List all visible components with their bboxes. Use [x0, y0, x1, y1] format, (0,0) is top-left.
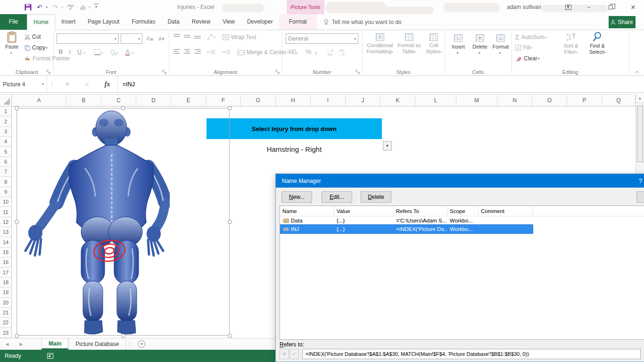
align-top-button[interactable]	[173, 34, 180, 37]
row-header-15[interactable]: 15	[0, 247, 11, 257]
copy-dropdown-arrow[interactable]: ▾	[46, 46, 48, 50]
sheet-tab-picture-database[interactable]: Picture Database	[68, 338, 126, 350]
borders-dropdown-arrow[interactable]: ▾	[101, 51, 103, 55]
row-header-18[interactable]: 18	[0, 278, 11, 288]
clipboard-dialog-launcher[interactable]	[46, 70, 51, 74]
number-dialog-launcher[interactable]	[355, 70, 360, 74]
tab-formulas[interactable]: Formulas	[125, 14, 161, 30]
cells-button-format[interactable]: ↔Format▾	[491, 32, 511, 56]
redo-button[interactable]: ↷	[51, 3, 59, 11]
row-header-12[interactable]: 12	[0, 217, 11, 227]
cancel-button[interactable]: ✕	[65, 81, 70, 88]
column-header-E[interactable]: E	[171, 95, 206, 106]
tab-view[interactable]: View	[216, 14, 241, 30]
styles-button-conditional[interactable]: ≠ConditionalFormatting ▾	[366, 32, 394, 55]
column-header-F[interactable]: F	[206, 95, 241, 106]
row-header-13[interactable]: 13	[0, 227, 11, 237]
borders-icon[interactable]	[94, 49, 100, 55]
row-header-23[interactable]: 23	[0, 328, 11, 338]
column-header-J[interactable]: J	[346, 95, 380, 106]
paste-dropdown-arrow[interactable]: ▾	[10, 50, 12, 56]
column-header-G[interactable]: G	[241, 95, 276, 106]
tab-home[interactable]: Home	[27, 14, 55, 30]
column-header-L[interactable]: L	[415, 95, 456, 106]
insert-function-button[interactable]: fx	[105, 81, 110, 88]
alignment-dialog-launcher[interactable]	[275, 70, 280, 74]
selection-handle[interactable]	[228, 106, 232, 110]
name-row-inj[interactable]: INJ{...}=INDEX('Picture Da...Workbo...	[280, 225, 533, 233]
refers-accept-button[interactable]: ✓	[289, 349, 299, 359]
column-header-O[interactable]: O	[532, 95, 567, 106]
scroll-up-arrow[interactable]: ▲	[636, 94, 644, 103]
align-center-button[interactable]	[184, 49, 190, 54]
styles-button-format-as[interactable]: Format asTable ▾	[396, 32, 422, 55]
selection-handle[interactable]	[228, 334, 232, 338]
table-column-name[interactable]: Name	[280, 206, 334, 216]
injury-dropdown-button[interactable]: ▼	[383, 141, 392, 150]
collapse-ribbon-button[interactable]	[635, 69, 639, 75]
row-header-22[interactable]: 22	[0, 318, 11, 328]
column-header-Q[interactable]: Q	[602, 95, 636, 106]
tell-me-box[interactable]: Tell me what you want to do	[323, 14, 402, 30]
tab-data[interactable]: Data	[161, 14, 185, 30]
selection-handle[interactable]	[15, 106, 19, 110]
decrease-font-size-button[interactable]: A▾	[158, 36, 165, 42]
spelling-button[interactable]: ABC✓	[66, 3, 75, 11]
name-row-data[interactable]: Data{...}='C:\Users\Adam S...Workbo...	[280, 216, 644, 225]
sort-filter-button[interactable]: AZ Sort & Filter ▾	[559, 32, 583, 56]
refers-to-field[interactable]: =INDEX('Picture Database'!$A$1:$A$30, MA…	[302, 349, 641, 359]
table-column-value[interactable]: Value	[334, 206, 394, 216]
table-column-comment[interactable]: Comment	[479, 206, 533, 216]
formula-input[interactable]: =INJ	[118, 76, 644, 92]
column-header-I[interactable]: I	[311, 95, 346, 106]
new-sheet-button[interactable]: +	[138, 340, 145, 348]
row-header-2[interactable]: 2	[0, 116, 11, 126]
merge-center-button[interactable]: Merge & Center ▾	[238, 49, 289, 56]
selection-handle[interactable]	[121, 106, 125, 110]
row-header-1[interactable]: 1	[0, 107, 11, 116]
tab-review[interactable]: Review	[186, 14, 216, 30]
comma-style-button[interactable]: ,	[315, 46, 317, 56]
redo-dropdown-arrow[interactable]: ▾	[61, 5, 63, 9]
font-name-combo[interactable]: ▾	[57, 33, 119, 44]
wrap-text-button[interactable]: Wrap Text	[223, 34, 256, 41]
tab-developer[interactable]: Developer	[241, 14, 279, 30]
close-button[interactable]: ✕	[625, 0, 641, 14]
row-header-6[interactable]: 6	[0, 157, 11, 167]
selection-handle[interactable]	[121, 334, 125, 338]
table-column-scope[interactable]: Scope	[447, 206, 479, 216]
bold-button[interactable]: B	[58, 48, 63, 55]
user-name[interactable]: adam sullivan	[507, 0, 541, 14]
styles-button-cell[interactable]: CellStyles ▾	[423, 32, 444, 55]
accounting-dropdown-arrow[interactable]: ▾	[296, 51, 297, 55]
sheet-tab-main[interactable]: Main	[41, 338, 68, 350]
prev-sheet-arrow[interactable]: ◀	[0, 338, 14, 350]
filter-button-clipped[interactable]	[636, 191, 644, 203]
row-header-8[interactable]: 8	[0, 177, 11, 187]
find-select-button[interactable]: Find & Select ▾	[585, 32, 610, 56]
align-left-button[interactable]	[173, 49, 180, 54]
name-box-dropdown-arrow[interactable]: ▾	[42, 82, 44, 86]
number-format-combo[interactable]: General▾	[286, 33, 358, 44]
dialog-help-button[interactable]: ?	[639, 174, 642, 188]
fill-button[interactable]: Fill ▾	[515, 44, 532, 51]
ribbon-display-options-button[interactable]	[560, 0, 576, 14]
row-header-5[interactable]: 5	[0, 147, 11, 156]
autosum-button[interactable]: Σ AutoSum ▾	[515, 33, 547, 41]
row-header-7[interactable]: 7	[0, 167, 11, 177]
cells-dropdown-arrow[interactable]: ▾	[456, 50, 458, 56]
fill-color-dropdown-arrow[interactable]: ▾	[116, 51, 118, 55]
orientation-dropdown-arrow[interactable]: ▾	[214, 35, 215, 40]
row-header-4[interactable]: 4	[0, 137, 11, 147]
cells-button-insert[interactable]: ←Insert▾	[448, 32, 468, 56]
refers-cancel-button[interactable]: ✕	[280, 349, 289, 359]
select-all-button[interactable]	[0, 95, 12, 106]
fill-color-button[interactable]	[110, 49, 117, 57]
scrollbar-thumb[interactable]	[637, 106, 643, 162]
underline-dropdown-arrow[interactable]: ▾	[83, 51, 85, 55]
cells-dropdown-arrow[interactable]: ▾	[499, 50, 501, 56]
next-sheet-arrow[interactable]: ▶	[14, 338, 28, 350]
cut-button[interactable]: Cut	[25, 33, 41, 40]
cells-button-delete[interactable]: ✕Delete▾	[470, 32, 490, 56]
clear-button[interactable]: Clear ▾	[515, 55, 540, 62]
